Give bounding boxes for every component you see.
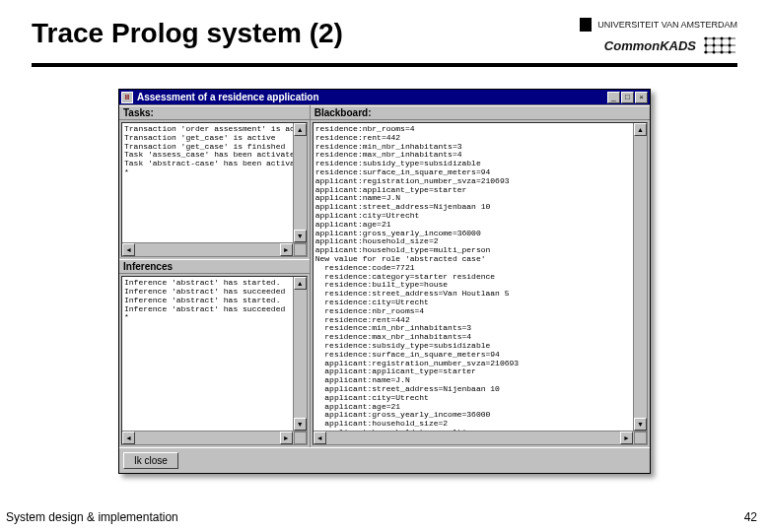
tasks-header: Tasks: [119,105,310,120]
scroll-up-icon[interactable]: ▲ [634,123,647,136]
commonkads-text: CommonKADS [604,38,696,53]
scrollbar-vertical[interactable]: ▲ ▼ [293,123,307,242]
svg-point-16 [713,51,716,54]
blackboard-panel: Blackboard: residence:nbr_rooms=4 reside… [311,105,650,447]
uva-text: UNIVERSITEIT VAN AMSTERDAM [597,20,737,30]
svg-point-12 [713,44,716,47]
tasks-body[interactable]: Transaction 'order assessment' is active… [121,122,308,257]
blackboard-header: Blackboard: [311,105,650,120]
inferences-header: Inferences [119,259,310,274]
scrollbar-vertical[interactable]: ▲ ▼ [293,277,307,431]
scroll-corner [294,243,307,256]
inferences-text: Inference 'abstract' has started. Infere… [122,277,307,324]
close-window-button[interactable]: × [635,92,648,103]
svg-point-17 [721,51,724,54]
svg-point-9 [721,37,724,40]
scroll-up-icon[interactable]: ▲ [294,123,307,136]
scrollbar-vertical[interactable]: ▲ ▼ [633,123,647,431]
window-title: Assessment of a residence application [137,92,607,102]
inferences-panel: Inferences Inference 'abstract' has star… [119,259,310,447]
scroll-up-icon[interactable]: ▲ [294,277,307,290]
scroll-left-icon[interactable]: ◄ [122,432,135,444]
scroll-down-icon[interactable]: ▼ [294,230,307,242]
scroll-left-icon[interactable]: ◄ [314,432,326,444]
commonkads-mark-icon [702,35,737,55]
logos: UNIVERSITEIT VAN AMSTERDAM CommonKADS [580,18,737,55]
scrollbar-horizontal[interactable]: ◄ ► [122,242,307,256]
app-icon: II [121,92,133,103]
svg-point-13 [721,44,724,47]
app-window: II Assessment of a residence application… [118,89,651,474]
scroll-down-icon[interactable]: ▼ [294,418,307,431]
slide-title: Trace Prolog system (2) [32,18,343,49]
titlebar[interactable]: II Assessment of a residence application… [119,90,650,104]
blackboard-text: residence:nbr_rooms=4 residence:rent=442… [314,123,647,445]
tasks-panel: Tasks: Transaction 'order assessment' is… [119,105,310,259]
uva-mark-icon [580,18,592,32]
inferences-body[interactable]: Inference 'abstract' has started. Infere… [121,276,308,445]
scroll-corner [294,432,307,444]
scrollbar-horizontal[interactable]: ◄ ► [314,431,647,444]
page-number: 42 [744,510,757,524]
scroll-right-icon[interactable]: ► [620,432,633,444]
svg-point-11 [705,44,708,47]
tasks-text: Transaction 'order assessment' is active… [122,123,307,179]
uva-logo: UNIVERSITEIT VAN AMSTERDAM [580,18,737,32]
blackboard-body[interactable]: residence:nbr_rooms=4 residence:rent=442… [313,122,648,445]
maximize-button[interactable]: □ [621,92,634,103]
svg-point-8 [713,37,716,40]
svg-point-7 [705,37,708,40]
svg-point-10 [729,37,732,40]
minimize-button[interactable]: _ [607,92,620,103]
svg-point-14 [729,44,732,47]
scrollbar-horizontal[interactable]: ◄ ► [122,431,307,444]
footer-left: System design & implementation [6,510,178,524]
svg-point-18 [729,51,732,54]
scroll-right-icon[interactable]: ► [280,432,293,444]
app-footer: Ik close [119,447,650,473]
scroll-corner [634,432,647,444]
commonkads-logo: CommonKADS [604,35,737,55]
header-divider [32,63,737,67]
scroll-right-icon[interactable]: ► [280,243,293,256]
close-button[interactable]: Ik close [123,452,178,469]
svg-point-15 [705,51,708,54]
scroll-down-icon[interactable]: ▼ [634,418,647,431]
scroll-left-icon[interactable]: ◄ [122,243,135,256]
